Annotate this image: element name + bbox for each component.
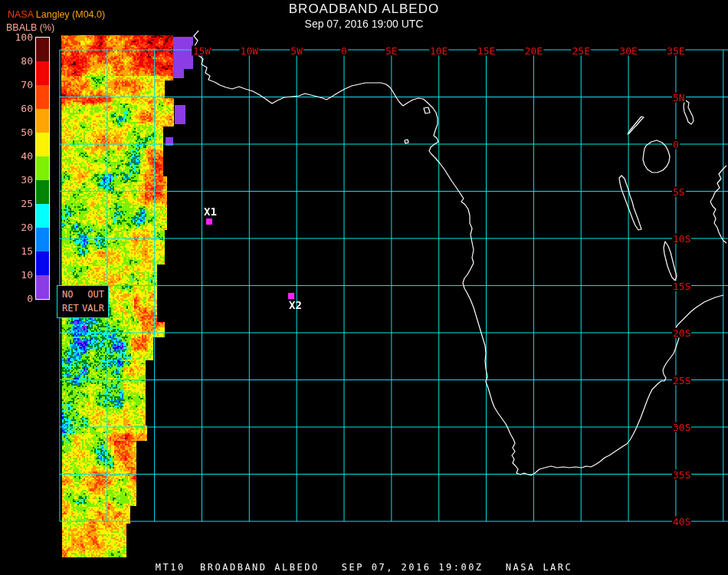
lon-label-15W: 15W xyxy=(192,46,212,56)
lon-label-25E: 25E xyxy=(572,46,591,56)
lon-label-30E: 30E xyxy=(618,46,638,56)
title-block: BROADBAND ALBEDO Sep 07, 2016 19:00 UTC xyxy=(0,2,728,30)
marker-square-x2 xyxy=(288,293,294,299)
colorbar-segment-10 xyxy=(36,275,49,299)
lat-label-5S: 5S xyxy=(672,186,686,196)
colorbar-tick-15: 15 xyxy=(2,245,33,257)
credit-agency: NASA xyxy=(8,9,33,20)
lake-victoria xyxy=(643,140,670,172)
colorbar-tick-80: 80 xyxy=(2,55,33,67)
legend-row-0: NOOUT xyxy=(62,288,104,301)
marker-label-x1: X1 xyxy=(204,206,217,217)
colorbar-tick-70: 70 xyxy=(2,79,33,90)
colorbar-tick-60: 60 xyxy=(2,103,33,114)
colorbar-tick-0: 0 xyxy=(2,293,33,304)
colorbar-tick-10: 10 xyxy=(2,269,33,281)
credit-model-version: Langley (M04.0) xyxy=(33,9,105,20)
colorbar-segment-2 xyxy=(36,85,49,109)
sao-tome-island xyxy=(405,140,408,143)
footer-caption: MT10 BROADBAND ALBEDO SEP 07, 2016 19:00… xyxy=(0,562,728,573)
colorbar-segment-6 xyxy=(36,180,49,204)
lon-label-5W: 5W xyxy=(290,46,303,56)
lake-malawi xyxy=(664,242,677,281)
credit-line: NASA Langley (M04.0) xyxy=(8,9,105,20)
lat-label-0: 0 xyxy=(672,140,680,150)
colorbar-segment-5 xyxy=(36,156,49,180)
timestamp-subtitle: Sep 07, 2016 19:00 UTC xyxy=(0,18,728,30)
lat-label-35S: 35S xyxy=(672,469,691,479)
no-retrieval-legend-box: NOOUTRETVALR xyxy=(57,285,109,318)
bioko-island xyxy=(424,107,430,113)
lon-label-0: 0 xyxy=(340,46,348,56)
colorbar-segment-0 xyxy=(36,38,49,61)
colorbar-segment-3 xyxy=(36,109,49,133)
lat-label-15S: 15S xyxy=(672,281,691,291)
colorbar-tick-50: 50 xyxy=(2,127,33,138)
legend-row-1: RETVALR xyxy=(62,302,104,315)
east-africa-coastline xyxy=(710,166,726,243)
lat-label-40S: 40S xyxy=(672,517,691,527)
colorbar-segment-9 xyxy=(36,251,49,275)
page-title: BROADBAND ALBEDO xyxy=(0,2,728,17)
colorbar-segment-4 xyxy=(36,133,49,156)
lat-label-20S: 20S xyxy=(672,328,691,338)
legend-text-no: NO xyxy=(62,288,73,301)
colorbar-tick-40: 40 xyxy=(2,150,33,162)
lon-label-10W: 10W xyxy=(240,46,259,56)
colorbar-segment-1 xyxy=(36,61,49,85)
colorbar-segment-8 xyxy=(36,228,49,251)
colorbar-tick-30: 30 xyxy=(2,174,33,186)
lon-label-5E: 5E xyxy=(385,46,398,56)
colorbar-tick-20: 20 xyxy=(2,222,33,233)
lat-label-30S: 30S xyxy=(672,422,691,432)
lon-label-15E: 15E xyxy=(477,46,496,56)
lake-turkana xyxy=(684,100,694,124)
lat-label-5N: 5N xyxy=(672,92,686,102)
legend-text-ret: RET xyxy=(62,302,79,315)
colorbar-segment-7 xyxy=(36,204,49,228)
legend-text-valr: VALR xyxy=(82,302,104,315)
map-grid-and-coastline xyxy=(0,0,728,575)
colorbar-tick-25: 25 xyxy=(2,198,33,209)
colorbar xyxy=(35,37,50,300)
lon-label-35E: 35E xyxy=(666,46,685,56)
marker-square-x1 xyxy=(206,219,212,225)
legend-text-out: OUT xyxy=(87,288,104,301)
marker-label-x2: X2 xyxy=(289,300,302,310)
lon-label-10E: 10E xyxy=(429,46,448,56)
lon-label-20E: 20E xyxy=(524,46,543,56)
colorbar-tick-100: 100 xyxy=(2,31,33,43)
lat-label-10S: 10S xyxy=(672,234,691,244)
lake-tanganyika xyxy=(619,176,641,230)
lake-albert xyxy=(628,117,644,134)
lat-label-25S: 25S xyxy=(672,375,691,385)
albedo-map-viewer: BROADBAND ALBEDO Sep 07, 2016 19:00 UTC … xyxy=(0,0,728,575)
